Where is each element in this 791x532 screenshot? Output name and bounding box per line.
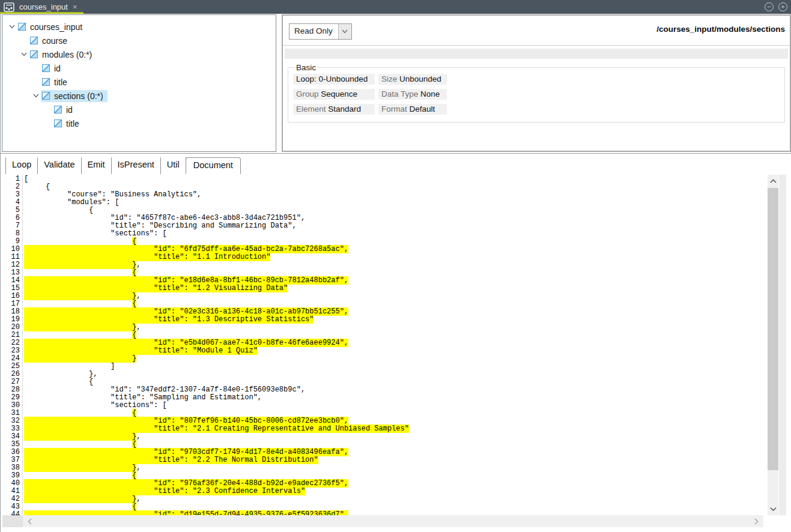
tree-node-box[interactable]: sections (0:*) [41, 90, 108, 102]
highlighted-text: "title": "1.1 Introduction" [24, 253, 270, 261]
highlighted-text: "id": "d19e155d-7d94-4935-9376-e5f592363… [24, 510, 348, 515]
close-icon[interactable]: × [73, 3, 77, 11]
property-chip-element: Element Standard [293, 104, 375, 115]
tree-item-label: id [54, 64, 61, 73]
scroll-left-icon[interactable] [24, 515, 36, 527]
tree-node-box[interactable]: id [53, 104, 77, 116]
highlighted-text: "id": "e5b4d067-aae7-41c0-b8fe-46fe6aee9… [24, 339, 348, 347]
plain-text: "title": "Sampling and Estimation", [24, 393, 262, 402]
tree-item-id[interactable]: id [2, 103, 276, 116]
tab-util[interactable]: Util [161, 157, 186, 174]
plain-text: , [136, 323, 141, 331]
mode-select[interactable]: Read Only [289, 23, 352, 40]
plain-text [24, 237, 132, 246]
json-document[interactable]: [ { "course": "Business Analytics", "mod… [24, 175, 766, 515]
tree-node-box[interactable]: title [41, 76, 71, 88]
tree-item-courses-input[interactable]: courses_input [2, 20, 276, 34]
horizontal-scrollbar[interactable] [23, 515, 763, 527]
tree-item-sections-0[interactable]: sections (0:*) [2, 89, 276, 103]
plain-text: "sections": [ [24, 229, 167, 238]
tree-node-box[interactable]: title [53, 118, 83, 130]
chevron-down-icon[interactable] [7, 23, 17, 31]
document-tab[interactable]: courses_input × [0, 0, 83, 14]
function-tabstrip: LoopValidateEmitIsPresentUtilDocument [5, 157, 241, 174]
highlighted-text: "title": "2.3 Confidence Intervals" [24, 487, 305, 495]
tree-item-title[interactable]: title [2, 116, 276, 130]
property-chip-group: Group Sequence [293, 89, 375, 100]
plain-text: "id": "347eddf2-1307-4a7f-84e0-1f56093e8… [24, 385, 305, 394]
highlighted-text: "id": "9703cdf7-1749-4d17-8e4d-a4083496e… [24, 448, 348, 456]
tree-node-box[interactable]: courses_input [17, 21, 86, 33]
chevron-placeholder [31, 64, 41, 73]
tree-item-course[interactable]: course [2, 34, 276, 47]
vertical-scroll-thumb[interactable] [768, 188, 778, 470]
tree-node-box[interactable]: course [29, 35, 71, 47]
highlighted-text: } [24, 323, 136, 331]
chevron-down-icon[interactable] [31, 92, 41, 100]
code-line: }, [24, 370, 766, 378]
tab-ispresent[interactable]: IsPresent [112, 157, 161, 174]
highlighted-text: } [24, 464, 136, 472]
tree-node-box[interactable]: modules (0:*) [29, 49, 96, 61]
element-node-icon [54, 119, 62, 127]
plain-text: , [136, 432, 141, 441]
chevron-placeholder [43, 106, 53, 114]
scroll-up-icon[interactable] [768, 176, 778, 186]
highlighted-text: "title": "1.2 Visualizing Data" [24, 284, 288, 292]
code-line: [ [24, 175, 766, 183]
highlighted-text: { [132, 237, 136, 246]
tree-item-modules-0[interactable]: modules (0:*) [2, 47, 276, 61]
node-detail-panel: Read Only /courses_input/modules/section… [282, 14, 791, 152]
tree-item-label: courses_input [30, 22, 82, 32]
plain-text [24, 440, 132, 449]
tab-document[interactable]: Document [186, 157, 241, 174]
highlighted-text: { [132, 268, 136, 277]
tab-loop[interactable]: Loop [5, 157, 38, 174]
tree-item-title[interactable]: title [2, 75, 276, 89]
lower-panel: LoopValidateEmitIsPresentUtilDocument 12… [1, 153, 791, 532]
highlighted-text: "title": "Module 1 Quiz" [24, 346, 258, 355]
highlighted-text: { [132, 409, 136, 417]
chevron-placeholder [19, 37, 29, 45]
element-node-icon [30, 37, 38, 44]
tab-validate[interactable]: Validate [38, 157, 81, 174]
plain-text: "sections": [ [24, 401, 167, 410]
highlighted-text: { [132, 503, 136, 511]
tree-item-label: id [66, 105, 73, 115]
tab-emit[interactable]: Emit [82, 157, 112, 174]
basic-properties: Loop: 0-UnboundedSize UnboundedGroup Seq… [293, 74, 781, 115]
scrollbar-corner [2, 515, 23, 527]
property-label: Element [296, 104, 326, 113]
line-number: 44 [1, 511, 20, 515]
property-value: 0-Unbounded [319, 74, 368, 83]
tree-item-label: sections (0:*) [54, 91, 103, 101]
highlighted-text: "title": "1.3 Descriptive Statistics" [24, 315, 314, 324]
scroll-down-icon[interactable] [768, 504, 778, 514]
chevron-down-icon[interactable] [338, 24, 351, 39]
mapper-document-icon [4, 2, 14, 12]
highlighted-text: "id": "807fef96-b140-45bc-8006-cd872ee3b… [24, 417, 348, 425]
gutter-separator [22, 175, 23, 515]
schema-tree-panel: courses_inputcoursemodules (0:*)idtitles… [2, 14, 276, 152]
property-chip-loop: Loop: 0-Unbounded [293, 74, 375, 85]
property-value: Default [410, 104, 435, 113]
minus-circle-icon[interactable]: − [765, 2, 774, 11]
tree-node-box[interactable]: id [41, 62, 65, 74]
tree-item-id[interactable]: id [2, 61, 276, 75]
app-window: courses_input × − + courses_inputcoursem… [0, 0, 791, 532]
scroll-right-icon[interactable] [750, 515, 762, 527]
vertical-scrollbar[interactable] [768, 175, 778, 515]
highlighted-text: "id": "976af36f-20e4-488d-b92d-e9adec273… [24, 479, 348, 488]
schema-tree: courses_inputcoursemodules (0:*)idtitles… [2, 20, 276, 130]
tree-item-label: modules (0:*) [42, 50, 92, 59]
property-value: Sequence [321, 89, 357, 98]
tree-item-label: title [66, 119, 79, 128]
property-value: Standard [328, 104, 361, 113]
property-label: Group [296, 89, 319, 98]
plus-circle-icon[interactable]: + [778, 2, 787, 11]
property-chip-format: Format Default [378, 104, 447, 115]
highlighted-text: { [132, 331, 136, 339]
tab-title: courses_input [19, 2, 68, 11]
highlighted-text: "id": "6fd75dff-aa6e-45ad-bc2a-7abc7268a… [24, 245, 348, 253]
chevron-down-icon[interactable] [19, 50, 29, 59]
